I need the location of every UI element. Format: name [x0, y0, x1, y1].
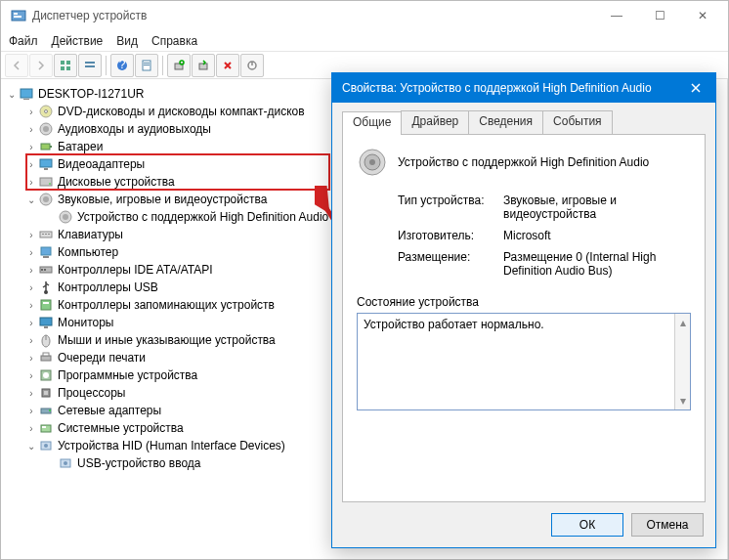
svg-rect-27	[44, 168, 48, 170]
svg-point-31	[43, 196, 49, 202]
printer-icon	[38, 350, 54, 366]
loc-label: Размещение:	[398, 250, 495, 278]
titlebar: Диспетчер устройств — ☐ ✕	[1, 1, 728, 30]
menu-help[interactable]: Справка	[151, 34, 197, 48]
svg-rect-50	[41, 356, 51, 361]
monitor-icon	[38, 315, 54, 330]
display-icon	[38, 156, 54, 172]
svg-rect-1	[14, 13, 18, 15]
hdd-icon	[38, 174, 54, 190]
svg-rect-45	[43, 302, 49, 304]
cancel-button[interactable]: Отмена	[631, 513, 704, 537]
svg-text:?: ?	[119, 60, 126, 71]
tab-general[interactable]: Общие	[342, 111, 402, 135]
svg-rect-12	[144, 63, 150, 64]
app-icon	[11, 8, 26, 23]
keyboard-icon	[38, 227, 54, 242]
svg-rect-4	[66, 61, 70, 65]
svg-point-33	[63, 214, 68, 220]
grid-button[interactable]	[54, 54, 77, 77]
menu-file[interactable]: Файл	[9, 34, 38, 48]
system-icon	[38, 420, 54, 436]
svg-point-57	[49, 409, 51, 411]
dialog-tabs: Общие Драйвер Сведения События	[342, 110, 706, 134]
hid-icon	[38, 438, 54, 453]
properties-dialog: Свойства: Устройство с поддержкой High D…	[331, 72, 716, 548]
back-button[interactable]	[5, 54, 28, 77]
svg-rect-37	[48, 234, 50, 235]
svg-rect-5	[61, 66, 64, 70]
maximize-button[interactable]: ☐	[638, 1, 681, 30]
update-button[interactable]	[192, 54, 215, 77]
svg-point-66	[369, 159, 375, 165]
tab-panel-general: Устройство с поддержкой High Definition …	[342, 134, 706, 502]
svg-rect-18	[21, 89, 32, 98]
dialog-close-button[interactable]	[676, 73, 715, 103]
menu-action[interactable]: Действие	[52, 34, 104, 48]
svg-point-15	[180, 61, 184, 65]
svg-point-29	[49, 183, 51, 185]
uninstall-button[interactable]	[216, 54, 239, 77]
type-value: Звуковые, игровые и видеоустройства	[503, 194, 691, 221]
usb-icon	[38, 280, 54, 295]
disable-button[interactable]	[240, 54, 264, 77]
svg-point-61	[44, 444, 48, 448]
tab-details[interactable]: Сведения	[468, 110, 543, 134]
svg-rect-44	[41, 300, 51, 310]
scan-button[interactable]	[167, 54, 191, 77]
speaker-icon	[58, 209, 73, 225]
menubar: Файл Действие Вид Справка	[1, 30, 728, 52]
svg-rect-35	[42, 234, 44, 235]
speaker-icon	[38, 192, 54, 207]
device-name: Устройство с поддержкой High Definition …	[398, 155, 649, 169]
properties-button[interactable]	[135, 54, 158, 77]
mfr-label: Изготовитель:	[398, 229, 495, 242]
svg-point-23	[43, 126, 49, 132]
svg-rect-39	[43, 256, 49, 258]
cpu-icon	[38, 385, 54, 401]
svg-rect-59	[42, 426, 46, 428]
svg-rect-41	[41, 269, 43, 271]
help-button[interactable]: ?	[110, 54, 134, 77]
tab-events[interactable]: События	[542, 110, 613, 134]
svg-rect-3	[61, 61, 64, 65]
svg-rect-38	[41, 247, 51, 255]
net-icon	[38, 403, 54, 418]
svg-rect-42	[44, 269, 46, 271]
svg-point-53	[43, 372, 49, 378]
svg-point-63	[64, 461, 67, 465]
window-title: Диспетчер устройств	[32, 9, 595, 22]
soft-icon	[38, 367, 54, 383]
svg-rect-2	[14, 16, 21, 18]
computer-icon	[19, 86, 34, 102]
menu-view[interactable]: Вид	[116, 34, 138, 48]
mouse-icon	[38, 332, 54, 348]
dialog-titlebar[interactable]: Свойства: Устройство с поддержкой High D…	[332, 73, 715, 103]
status-scrollbar[interactable]: ▴▾	[674, 314, 690, 409]
tab-driver[interactable]: Драйвер	[401, 110, 469, 134]
speaker-icon	[38, 121, 54, 137]
svg-rect-55	[44, 391, 48, 395]
svg-rect-51	[43, 353, 49, 356]
svg-rect-25	[50, 146, 52, 148]
svg-rect-26	[40, 159, 52, 167]
dialog-title: Свойства: Устройство с поддержкой High D…	[342, 81, 676, 95]
svg-point-43	[44, 290, 48, 294]
svg-rect-47	[44, 326, 48, 328]
forward-button[interactable]	[29, 54, 53, 77]
ok-button[interactable]: ОК	[551, 513, 623, 537]
list-button[interactable]	[78, 54, 102, 77]
close-button[interactable]: ✕	[681, 1, 724, 30]
svg-point-21	[45, 110, 48, 113]
svg-rect-7	[85, 62, 95, 64]
computer-icon	[38, 244, 54, 260]
speaker-icon	[357, 147, 388, 178]
mfr-value: Microsoft	[503, 229, 691, 242]
storage-icon	[38, 297, 54, 313]
svg-rect-24	[41, 144, 50, 150]
svg-rect-19	[23, 99, 29, 100]
status-text: Устройство работает нормально.	[364, 318, 544, 331]
minimize-button[interactable]: —	[595, 1, 638, 30]
hid-icon	[58, 455, 73, 471]
ide-icon	[38, 262, 54, 278]
